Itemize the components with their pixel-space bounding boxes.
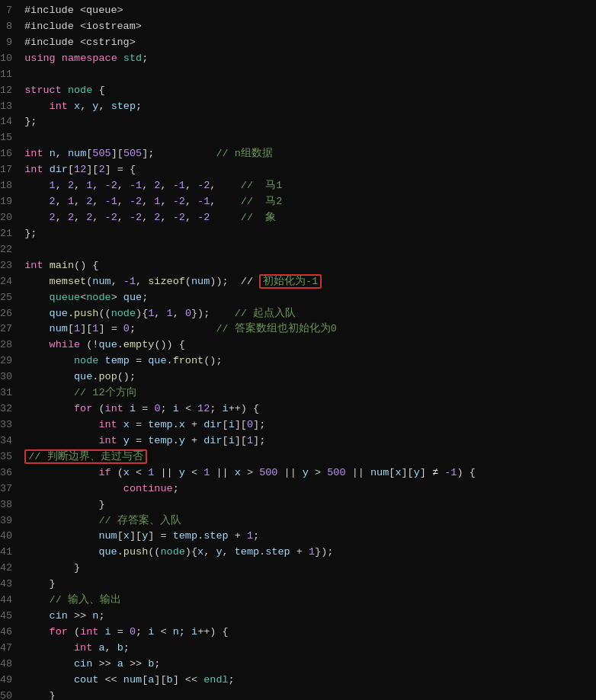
line-number: 23	[0, 258, 21, 274]
code-text: memset(num, -1, sizeof(num)); // 初始化为-1	[21, 274, 322, 290]
code-text: int y = temp.y + dir[i][1];	[21, 433, 265, 449]
code-text: 1, 2, 1, -2, -1, 2, -1, -2, // 马1	[21, 178, 282, 194]
code-line: 10using namespace std;	[0, 51, 596, 67]
code-text: // 存答案、入队	[21, 513, 181, 529]
line-number: 41	[0, 545, 21, 561]
code-text	[21, 130, 30, 146]
code-text: struct node {	[21, 83, 104, 99]
line-number: 43	[0, 577, 21, 593]
code-text: node temp = que.front();	[21, 353, 222, 369]
line-number: 49	[0, 673, 21, 689]
code-line: 43 }	[0, 577, 596, 593]
code-line: 23int main() {	[0, 258, 596, 274]
line-number: 10	[0, 51, 21, 67]
code-line: 50 }	[0, 689, 596, 700]
code-text: int dir[12][2] = {	[21, 162, 136, 178]
code-line: 20 2, 2, 2, -2, -2, 2, -2, -2 // 象	[0, 210, 596, 226]
code-text: #include <cstring>	[21, 35, 136, 51]
code-line: 41 que.push((node){x, y, temp.step + 1})…	[0, 545, 596, 561]
line-number: 42	[0, 561, 21, 577]
code-text: while (!que.empty()) {	[21, 337, 185, 353]
code-line: 24 memset(num, -1, sizeof(num)); // 初始化为…	[0, 274, 596, 290]
line-number: 46	[0, 625, 21, 641]
code-text: int x = temp.x + dir[i][0];	[21, 417, 265, 433]
line-number: 20	[0, 210, 21, 226]
code-text: 2, 1, 2, -1, -2, 1, -2, -1, // 马2	[21, 194, 282, 210]
line-number: 19	[0, 194, 21, 210]
line-number: 30	[0, 369, 21, 385]
code-line: 9#include <cstring>	[0, 35, 596, 51]
code-line: 15	[0, 130, 596, 146]
code-line: 13 int x, y, step;	[0, 99, 596, 115]
line-number: 22	[0, 242, 21, 258]
line-number: 18	[0, 178, 21, 194]
code-text: if (x < 1 || y < 1 || x > 500 || y > 500…	[21, 465, 476, 481]
code-line: 11	[0, 67, 596, 83]
code-line: 16int n, num[505][505]; // n组数据	[0, 146, 596, 162]
code-line: 33 int x = temp.x + dir[i][0];	[0, 417, 596, 433]
code-editor: 7#include <queue>8#include <iostream>9#i…	[0, 0, 596, 700]
code-line: 30 que.pop();	[0, 369, 596, 385]
code-line: 22	[0, 242, 596, 258]
line-number: 48	[0, 657, 21, 673]
line-number: 7	[0, 3, 21, 19]
code-line: 12struct node {	[0, 83, 596, 99]
code-text: num[x][y] = temp.step + 1;	[21, 529, 259, 545]
code-line: 40 num[x][y] = temp.step + 1;	[0, 529, 596, 545]
line-number: 25	[0, 290, 21, 306]
code-line: 47 int a, b;	[0, 641, 596, 657]
code-text: cin >> n;	[21, 609, 104, 625]
code-line: 27 num[1][1] = 0; // 答案数组也初始化为0	[0, 321, 596, 337]
code-line: 8#include <iostream>	[0, 19, 596, 35]
code-text: continue;	[21, 481, 179, 497]
code-line: 25 queue<node> que;	[0, 290, 596, 306]
line-number: 27	[0, 321, 21, 337]
line-number: 39	[0, 513, 21, 529]
code-line: 39 // 存答案、入队	[0, 513, 596, 529]
line-number: 31	[0, 385, 21, 401]
code-line: 49 cout << num[a][b] << endl;	[0, 673, 596, 689]
line-number: 45	[0, 609, 21, 625]
code-line: 37 continue;	[0, 481, 596, 497]
code-line: 44 // 输入、输出	[0, 593, 596, 609]
code-text: // 输入、输出	[21, 593, 121, 609]
code-text: que.push((node){x, y, temp.step + 1});	[21, 545, 333, 561]
code-text: };	[21, 114, 37, 130]
code-line: 32 for (int i = 0; i < 12; i++) {	[0, 401, 596, 417]
code-line: 34 int y = temp.y + dir[i][1];	[0, 433, 596, 449]
line-number: 37	[0, 481, 21, 497]
code-text: queue<node> que;	[21, 290, 148, 306]
code-text: cout << num[a][b] << endl;	[21, 673, 235, 689]
line-number: 50	[0, 689, 21, 700]
code-text: #include <iostream>	[21, 19, 142, 35]
code-line: 19 2, 1, 2, -1, -2, 1, -2, -1, // 马2	[0, 194, 596, 210]
line-number: 40	[0, 529, 21, 545]
code-text: que.push((node){1, 1, 0}); // 起点入队	[21, 306, 296, 322]
code-line: 21};	[0, 226, 596, 242]
line-number: 44	[0, 593, 21, 609]
line-number: 36	[0, 465, 21, 481]
code-text: using namespace std;	[21, 51, 148, 67]
code-text: num[1][1] = 0; // 答案数组也初始化为0	[21, 321, 337, 337]
code-line: 48 cin >> a >> b;	[0, 657, 596, 673]
code-text: que.pop();	[21, 369, 136, 385]
line-number: 34	[0, 433, 21, 449]
code-line: 31 // 12个方向	[0, 385, 596, 401]
code-text: int n, num[505][505]; // n组数据	[21, 146, 273, 162]
line-number: 28	[0, 337, 21, 353]
code-text: // 12个方向	[21, 385, 136, 401]
code-text: }	[21, 561, 80, 577]
code-text: }	[21, 689, 56, 700]
line-number: 8	[0, 19, 21, 35]
code-line: 35// 判断边界、走过与否	[0, 449, 596, 465]
code-line: 46 for (int i = 0; i < n; i++) {	[0, 625, 596, 641]
code-text: 2, 2, 2, -2, -2, 2, -2, -2 // 象	[21, 210, 276, 226]
code-text: #include <queue>	[21, 3, 123, 19]
code-text: }	[21, 497, 104, 513]
line-number: 15	[0, 130, 21, 146]
code-line: 36 if (x < 1 || y < 1 || x > 500 || y > …	[0, 465, 596, 481]
code-text: cin >> a >> b;	[21, 657, 160, 673]
line-number: 38	[0, 497, 21, 513]
code-line: 18 1, 2, 1, -2, -1, 2, -1, -2, // 马1	[0, 178, 596, 194]
code-text: int a, b;	[21, 641, 130, 657]
